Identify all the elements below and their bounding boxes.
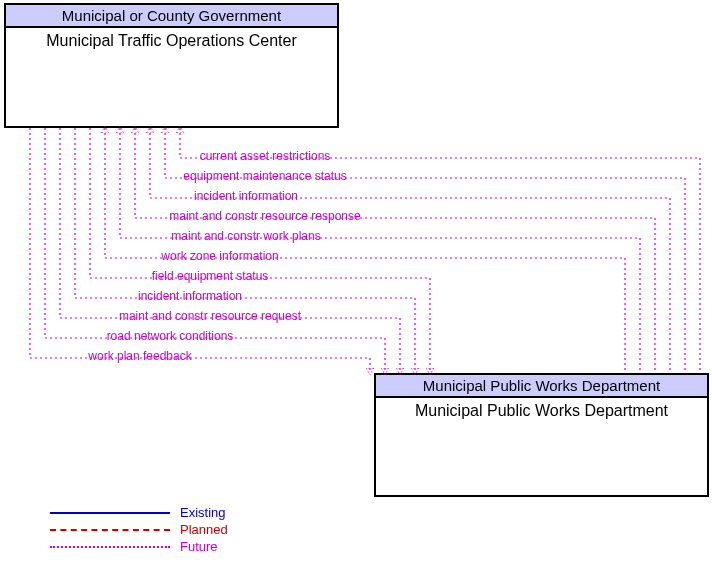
legend-line-existing (50, 512, 170, 514)
flow-label: work plan feedback (88, 349, 191, 363)
flow-label: work zone information (161, 249, 278, 263)
flow-label: field equipment status (152, 269, 269, 283)
flow-label: equipment maintenance status (183, 169, 346, 183)
flow-label: incident information (138, 289, 242, 303)
entity-public-works-dept: Municipal Public Works Department Munici… (374, 373, 709, 497)
flow-label: current asset restrictions (200, 149, 331, 163)
entity-title-bottom: Municipal Public Works Department (376, 398, 707, 424)
entity-title-top: Municipal Traffic Operations Center (6, 28, 337, 54)
entity-traffic-operations-center: Municipal or County Government Municipal… (4, 3, 339, 128)
flow-label: road network conditions (107, 329, 234, 343)
legend-label-future: Future (180, 539, 218, 554)
legend-row-future: Future (50, 539, 228, 554)
flow-label: incident information (194, 189, 298, 203)
flow-label: maint and constr work plans (171, 229, 320, 243)
legend-line-planned (50, 529, 170, 531)
legend-row-planned: Planned (50, 522, 228, 537)
flow-label: maint and constr resource response (169, 209, 360, 223)
flow-label: maint and constr resource request (119, 309, 301, 323)
entity-header-top: Municipal or County Government (6, 5, 337, 28)
entity-header-bottom: Municipal Public Works Department (376, 375, 707, 398)
legend: Existing Planned Future (50, 505, 228, 556)
legend-label-planned: Planned (180, 522, 228, 537)
legend-line-future (50, 546, 170, 548)
legend-row-existing: Existing (50, 505, 228, 520)
legend-label-existing: Existing (180, 505, 226, 520)
